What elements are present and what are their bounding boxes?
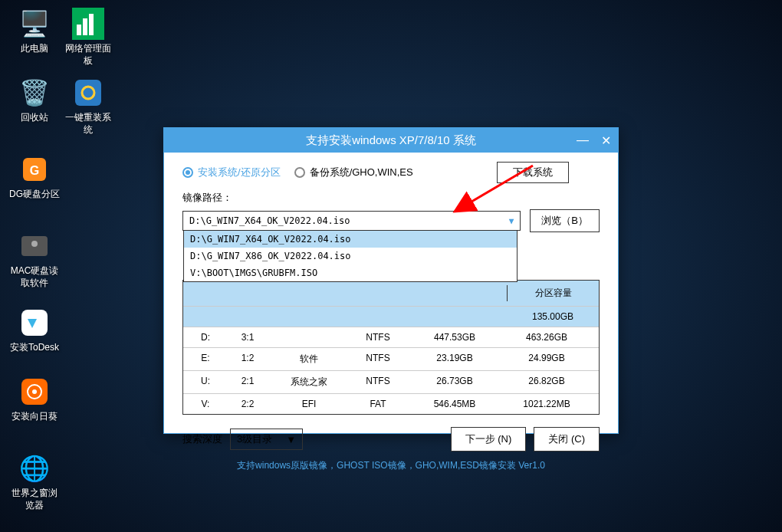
cell-fs: FAT (347, 399, 409, 409)
minimize-button[interactable]: — (575, 133, 590, 148)
close-dialog-button[interactable]: 关闭 (C) (534, 427, 600, 452)
titlebar[interactable]: 支持安装windows XP/7/8/10 系统 — ✕ (164, 128, 618, 153)
svg-rect-11 (89, 14, 94, 35)
radio-install-restore[interactable]: 安装系统/还原分区 (182, 166, 281, 179)
desktop-icon-network-panel[interactable]: 网络管理面板 (61, 8, 115, 67)
desktop-icon-todesk[interactable]: 安装ToDesk (8, 307, 61, 354)
cell-total: 1021.22MB (501, 399, 593, 409)
icon-label: 安装向日葵 (8, 411, 61, 423)
svg-text:G: G (30, 164, 39, 177)
radio-circle-icon (182, 167, 193, 178)
cell-drive: D: (186, 332, 225, 343)
cell-num: 2:2 (225, 399, 271, 409)
cell-free: 23.19GB (409, 353, 501, 366)
dropdown-item[interactable]: D:\G_WIN7_X86_OK_V2022.04.iso (184, 248, 517, 264)
radio-label: 备份系统/GHO,WIN,ES (310, 166, 413, 179)
desktop-icon-browser[interactable]: 🌐 世界之窗浏览器 (8, 452, 61, 511)
cell-total: 135.00GB (507, 311, 599, 322)
icon-label: DG硬盘分区 (8, 189, 61, 201)
icon-label: MAC硬盘读取软件 (8, 265, 61, 289)
hdd-icon (18, 230, 51, 262)
table-row[interactable]: V: 2:2 EFI FAT 546.45MB 1021.22MB (183, 394, 599, 414)
svg-rect-12 (75, 80, 101, 106)
todesk-icon (18, 307, 51, 339)
svg-point-3 (31, 241, 38, 247)
icon-label: 一键重装系统 (61, 112, 115, 136)
cell-drive: U: (186, 376, 225, 389)
icon-label: 回收站 (8, 112, 61, 124)
cell-fs: NTFS (347, 353, 409, 366)
cell-fs: NTFS (347, 376, 409, 389)
dropdown-item[interactable]: V:\BOOT\IMGS\GRUBFM.ISO (184, 264, 517, 281)
cell-free: 546.45MB (409, 399, 501, 409)
image-path-input[interactable]: D:\G_WIN7_X64_OK_V2022.04.iso ▼ D:\G_WIN… (182, 211, 521, 231)
globe-icon: 🌐 (18, 452, 51, 484)
table-row[interactable]: 分区容量 (183, 281, 599, 307)
monitor-icon: 🖥️ (18, 8, 51, 40)
svg-rect-10 (83, 18, 87, 35)
desktop-icon-reinstall[interactable]: 一键重装系统 (61, 77, 115, 136)
icon-label: 此电脑 (8, 43, 61, 55)
cell-free: 26.73GB (409, 376, 501, 389)
partition-table: 分区容量 135.00GB D: 3:1 NTFS 447.53GB 463.2… (182, 280, 600, 415)
cell-total: 分区容量 (507, 285, 599, 301)
cell-total: 24.99GB (501, 353, 593, 366)
close-button[interactable]: ✕ (598, 133, 613, 148)
icon-label: 安装ToDesk (8, 342, 61, 354)
window-title: 支持安装windows XP/7/8/10 系统 (306, 133, 476, 148)
icon-label: 世界之窗浏览器 (8, 488, 61, 511)
desktop-icon-dg-partition[interactable]: G DG硬盘分区 (8, 153, 61, 201)
image-path-label: 镜像路径： (182, 191, 600, 205)
radio-backup[interactable]: 备份系统/GHO,WIN,ES (294, 166, 413, 179)
search-depth-label: 搜索深度 (182, 432, 222, 446)
chevron-down-icon[interactable]: ▼ (509, 216, 514, 226)
table-row[interactable]: E: 1:2 软件 NTFS 23.19GB 24.99GB (183, 348, 599, 371)
image-path-dropdown: D:\G_WIN7_X64_OK_V2022.04.iso D:\G_WIN7_… (183, 230, 518, 282)
footer-text: 支持windows原版镜像，GHOST ISO镜像，GHO,WIM,ESD镜像安… (182, 459, 600, 472)
table-row[interactable]: U: 2:1 系统之家 NTFS 26.73GB 26.82GB (183, 371, 599, 394)
path-value: D:\G_WIN7_X64_OK_V2022.04.iso (189, 215, 350, 226)
cell-fs: NTFS (347, 332, 409, 343)
sunflower-icon (18, 376, 51, 408)
cell-total: 26.82GB (501, 376, 593, 389)
cell-label: 软件 (271, 353, 347, 366)
gear-icon (72, 77, 104, 109)
cell-drive: V: (186, 399, 225, 409)
radio-label: 安装系统/还原分区 (198, 166, 281, 179)
cell-total: 463.26GB (501, 332, 593, 343)
svg-point-7 (32, 389, 37, 394)
depth-value: 3级目录 (237, 432, 272, 446)
chevron-down-icon: ▼ (286, 434, 296, 445)
trash-icon: 🗑️ (18, 77, 51, 109)
cell-drive: E: (186, 353, 225, 366)
cell-free: 447.53GB (409, 332, 501, 343)
installer-window: 支持安装windows XP/7/8/10 系统 — ✕ 安装系统/还原分区 备… (163, 127, 619, 434)
next-button[interactable]: 下一步 (N) (451, 427, 527, 452)
cell-label: EFI (271, 399, 347, 409)
table-row[interactable]: D: 3:1 NTFS 447.53GB 463.26GB (183, 327, 599, 348)
icon-label: 网络管理面板 (61, 43, 115, 67)
radio-circle-icon (294, 167, 305, 178)
desktop-icon-recycle[interactable]: 🗑️ 回收站 (8, 77, 61, 124)
cell-label: 系统之家 (271, 376, 347, 389)
browse-button[interactable]: 浏览（B） (530, 209, 600, 232)
dropdown-item[interactable]: D:\G_WIN7_X64_OK_V2022.04.iso (184, 231, 517, 248)
cell-num: 2:1 (225, 376, 271, 389)
table-row[interactable]: 135.00GB (183, 307, 599, 327)
download-system-button[interactable]: 下载系统 (497, 162, 569, 183)
cell-num: 3:1 (225, 332, 271, 343)
cell-label (271, 332, 347, 343)
svg-rect-9 (77, 25, 81, 35)
desktop-icon-mac-disk[interactable]: MAC硬盘读取软件 (8, 230, 61, 289)
chart-icon (72, 8, 104, 40)
search-depth-select[interactable]: 3级目录 ▼ (230, 429, 303, 450)
desktop-icon-this-pc[interactable]: 🖥️ 此电脑 (8, 8, 61, 55)
disk-icon: G (18, 153, 51, 186)
desktop-icon-sunflower[interactable]: 安装向日葵 (8, 376, 61, 423)
cell-num: 1:2 (225, 353, 271, 366)
